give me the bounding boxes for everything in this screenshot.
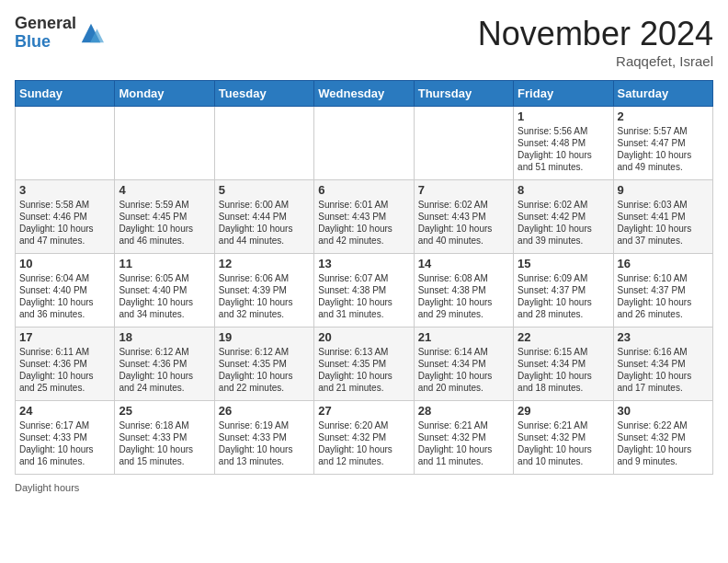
calendar-cell: 17Sunrise: 6:11 AMSunset: 4:36 PMDayligh… — [16, 327, 115, 401]
cell-info-line: Sunrise: 6:19 AM — [219, 419, 310, 431]
cell-info-line: Sunrise: 6:15 AM — [518, 346, 609, 358]
cell-info-line: and 40 minutes. — [418, 235, 509, 247]
day-number: 4 — [119, 183, 210, 197]
cell-info-line: and 9 minutes. — [618, 455, 709, 467]
cell-info-line: Sunset: 4:33 PM — [119, 431, 210, 443]
cell-info-line: and 10 minutes. — [518, 455, 609, 467]
cell-info-line: Daylight: 10 hours — [418, 296, 509, 308]
logo-general: General — [15, 15, 76, 33]
cell-info-line: Sunrise: 6:17 AM — [19, 419, 110, 431]
cell-info-line: Sunset: 4:33 PM — [219, 431, 310, 443]
cell-info-line: Sunrise: 5:56 AM — [518, 125, 609, 137]
day-number: 24 — [19, 404, 110, 418]
cell-info-line: and 13 minutes. — [219, 455, 310, 467]
weekday-header-sunday: Sunday — [16, 81, 115, 107]
cell-info-line: Daylight: 10 hours — [618, 223, 709, 235]
cell-info-line: Daylight: 10 hours — [19, 370, 110, 382]
cell-info-line: Sunset: 4:37 PM — [518, 284, 609, 296]
cell-info-line: and 39 minutes. — [518, 235, 609, 247]
cell-info-line: Sunrise: 6:05 AM — [119, 272, 210, 284]
weekday-header-friday: Friday — [514, 81, 613, 107]
cell-info-line: Sunset: 4:36 PM — [119, 358, 210, 370]
cell-info-line: Sunset: 4:34 PM — [418, 358, 509, 370]
week-row-4: 24Sunrise: 6:17 AMSunset: 4:33 PMDayligh… — [16, 401, 713, 475]
cell-info-line: Sunrise: 6:09 AM — [518, 272, 609, 284]
cell-info-line: Sunset: 4:46 PM — [19, 211, 110, 223]
day-number: 14 — [418, 257, 509, 270]
cell-info-line: Sunrise: 5:57 AM — [618, 125, 709, 137]
week-row-0: 1Sunrise: 5:56 AMSunset: 4:48 PMDaylight… — [16, 107, 713, 180]
calendar-cell: 22Sunrise: 6:15 AMSunset: 4:34 PMDayligh… — [514, 327, 613, 401]
cell-info-line: Sunset: 4:37 PM — [618, 284, 709, 296]
day-number: 3 — [19, 183, 110, 197]
logo-text: General Blue — [15, 15, 76, 52]
cell-info-line: and 17 minutes. — [618, 382, 709, 394]
cell-info-line: and 26 minutes. — [618, 308, 709, 320]
day-number: 16 — [618, 257, 709, 270]
calendar-cell: 25Sunrise: 6:18 AMSunset: 4:33 PMDayligh… — [115, 401, 214, 475]
day-number: 26 — [219, 404, 310, 418]
cell-info-line: Sunset: 4:39 PM — [219, 284, 310, 296]
cell-info-line: Sunrise: 6:00 AM — [219, 199, 310, 211]
calendar-cell: 7Sunrise: 6:02 AMSunset: 4:43 PMDaylight… — [414, 180, 513, 254]
cell-info-line: Daylight: 10 hours — [518, 149, 609, 161]
cell-info-line: Sunset: 4:45 PM — [119, 211, 210, 223]
day-number: 19 — [219, 330, 310, 344]
calendar-cell — [214, 107, 313, 180]
cell-info-line: and 49 minutes. — [618, 161, 709, 173]
cell-info-line: and 37 minutes. — [618, 235, 709, 247]
day-number: 20 — [318, 330, 409, 344]
cell-info-line: Sunrise: 6:07 AM — [318, 272, 409, 284]
cell-info-line: Sunset: 4:32 PM — [418, 431, 509, 443]
calendar-cell: 18Sunrise: 6:12 AMSunset: 4:36 PMDayligh… — [115, 327, 214, 401]
cell-info-line: and 15 minutes. — [119, 455, 210, 467]
cell-info-line: and 16 minutes. — [19, 455, 110, 467]
day-number: 23 — [618, 330, 709, 344]
cell-info-line: Daylight: 10 hours — [518, 370, 609, 382]
day-number: 22 — [518, 330, 609, 344]
calendar-cell: 24Sunrise: 6:17 AMSunset: 4:33 PMDayligh… — [16, 401, 115, 475]
day-number: 6 — [318, 183, 409, 197]
calendar-cell: 6Sunrise: 6:01 AMSunset: 4:43 PMDaylight… — [314, 180, 414, 254]
cell-info-line: Daylight: 10 hours — [219, 223, 310, 235]
cell-info-line: and 18 minutes. — [518, 382, 609, 394]
calendar-cell: 30Sunrise: 6:22 AMSunset: 4:32 PMDayligh… — [613, 401, 712, 475]
cell-info-line: and 22 minutes. — [219, 382, 310, 394]
day-number: 7 — [418, 183, 509, 197]
day-number: 11 — [119, 257, 210, 270]
cell-info-line: Daylight: 10 hours — [518, 223, 609, 235]
daylight-label: Daylight hours — [15, 482, 79, 493]
cell-info-line: Daylight: 10 hours — [119, 296, 210, 308]
cell-info-line: Sunrise: 6:04 AM — [19, 272, 110, 284]
cell-info-line: Sunset: 4:32 PM — [618, 431, 709, 443]
day-number: 13 — [318, 257, 409, 270]
calendar-cell: 19Sunrise: 6:12 AMSunset: 4:35 PMDayligh… — [214, 327, 313, 401]
weekday-header-row: SundayMondayTuesdayWednesdayThursdayFrid… — [16, 81, 713, 107]
cell-info-line: Sunset: 4:35 PM — [219, 358, 310, 370]
cell-info-line: Sunrise: 6:16 AM — [618, 346, 709, 358]
cell-info-line: Daylight: 10 hours — [418, 370, 509, 382]
cell-info-line: Daylight: 10 hours — [418, 443, 509, 455]
footer: Daylight hours — [15, 482, 713, 493]
cell-info-line: Sunset: 4:34 PM — [618, 358, 709, 370]
logo-icon — [78, 20, 104, 46]
cell-info-line: Sunrise: 5:58 AM — [19, 199, 110, 211]
cell-info-line: Sunset: 4:32 PM — [518, 431, 609, 443]
cell-info-line: Sunrise: 6:12 AM — [119, 346, 210, 358]
cell-info-line: Sunrise: 6:21 AM — [518, 419, 609, 431]
page-header: General Blue November 2024 Raqqefet, Isr… — [15, 15, 713, 69]
cell-info-line: Sunrise: 5:59 AM — [119, 199, 210, 211]
cell-info-line: and 24 minutes. — [119, 382, 210, 394]
cell-info-line: Daylight: 10 hours — [518, 296, 609, 308]
weekday-header-thursday: Thursday — [414, 81, 513, 107]
cell-info-line: and 46 minutes. — [119, 235, 210, 247]
cell-info-line: Daylight: 10 hours — [318, 223, 409, 235]
cell-info-line: and 20 minutes. — [418, 382, 509, 394]
day-number: 25 — [119, 404, 210, 418]
day-number: 29 — [518, 404, 609, 418]
cell-info-line: Sunset: 4:35 PM — [318, 358, 409, 370]
cell-info-line: Daylight: 10 hours — [618, 443, 709, 455]
cell-info-line: Daylight: 10 hours — [318, 443, 409, 455]
calendar-cell: 26Sunrise: 6:19 AMSunset: 4:33 PMDayligh… — [214, 401, 313, 475]
logo: General Blue — [15, 15, 104, 52]
